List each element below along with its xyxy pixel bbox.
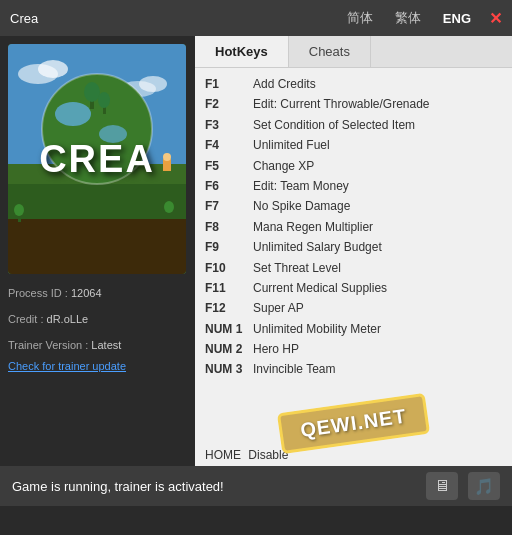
hotkey-key: F6 <box>205 176 253 196</box>
hotkey-label: Set Condition of Selected Item <box>253 115 415 135</box>
title-bar-left: Crea <box>10 11 38 26</box>
hotkey-item: F9Unlimited Salary Budget <box>205 237 502 257</box>
title-bar-right: 简体 繁体 ENG ✕ <box>343 7 502 29</box>
right-panel: HotKeys Cheats F1Add CreditsF2Edit: Curr… <box>195 36 512 466</box>
tab-cheats[interactable]: Cheats <box>289 36 371 67</box>
hotkey-label: Unlimited Fuel <box>253 135 330 155</box>
hotkey-key: F4 <box>205 135 253 155</box>
hotkey-item: F3Set Condition of Selected Item <box>205 115 502 135</box>
svg-point-13 <box>84 82 100 102</box>
lang-english[interactable]: ENG <box>439 9 475 28</box>
hotkey-key: F12 <box>205 298 253 318</box>
svg-point-10 <box>55 102 91 126</box>
title-bar: Crea 简体 繁体 ENG ✕ <box>0 0 512 36</box>
hotkey-item: F10Set Threat Level <box>205 258 502 278</box>
hotkey-item: F12Super AP <box>205 298 502 318</box>
hotkey-key: NUM 2 <box>205 339 253 359</box>
hotkey-key: F3 <box>205 115 253 135</box>
hotkey-label: Hero HP <box>253 339 299 359</box>
status-message: Game is running, trainer is activated! <box>12 479 224 494</box>
hotkey-key: F8 <box>205 217 253 237</box>
svg-point-15 <box>98 92 110 108</box>
hotkey-item: F2Edit: Current Throwable/Grenade <box>205 94 502 114</box>
hotkey-label: Change XP <box>253 156 314 176</box>
app-title: Crea <box>10 11 38 26</box>
hotkey-key: F2 <box>205 94 253 114</box>
hotkey-label: Set Threat Level <box>253 258 341 278</box>
hotkey-key: F7 <box>205 196 253 216</box>
hotkey-item: F1Add Credits <box>205 74 502 94</box>
main-content: CREA Process ID : 12064 Credit : dR.oLLe… <box>0 36 512 466</box>
hotkey-label: Mana Regen Multiplier <box>253 217 373 237</box>
svg-rect-3 <box>8 219 186 274</box>
hotkey-key: F11 <box>205 278 253 298</box>
lang-traditional[interactable]: 繁体 <box>391 7 425 29</box>
home-key: HOME <box>205 448 241 462</box>
hotkey-item: F6Edit: Team Money <box>205 176 502 196</box>
status-bar: Game is running, trainer is activated! 🖥… <box>0 466 512 506</box>
monitor-icon: 🖥 <box>434 477 450 495</box>
trainer-version-row: Trainer Version : Latest <box>8 336 187 356</box>
hotkey-key: F5 <box>205 156 253 176</box>
tabs-bar: HotKeys Cheats <box>195 36 512 68</box>
monitor-icon-button[interactable]: 🖥 <box>426 472 458 500</box>
hotkey-label: Edit: Team Money <box>253 176 349 196</box>
hotkey-item: NUM 2Hero HP <box>205 339 502 359</box>
svg-point-17 <box>163 153 171 161</box>
hotkeys-list: F1Add CreditsF2Edit: Current Throwable/G… <box>195 68 512 399</box>
hotkey-label: Unlimited Salary Budget <box>253 237 382 257</box>
credit-label: Credit : <box>8 313 43 325</box>
hotkey-key: F9 <box>205 237 253 257</box>
watermark-area: QEWI.NET <box>195 399 512 446</box>
hotkey-label: No Spike Damage <box>253 196 350 216</box>
music-icon: 🎵 <box>474 477 494 496</box>
hotkey-label: Invincible Team <box>253 359 336 379</box>
hotkey-key: F1 <box>205 74 253 94</box>
hotkey-item: F4Unlimited Fuel <box>205 135 502 155</box>
credit-value: dR.oLLe <box>47 313 89 325</box>
hotkey-key: NUM 3 <box>205 359 253 379</box>
process-id-row: Process ID : 12064 <box>8 284 187 304</box>
hotkey-label: Current Medical Supplies <box>253 278 387 298</box>
trainer-label: Trainer Version : <box>8 339 88 351</box>
game-image: CREA <box>8 44 186 274</box>
status-icons: 🖥 🎵 <box>426 472 500 500</box>
hotkey-item: NUM 3Invincible Team <box>205 359 502 379</box>
hotkey-key: NUM 1 <box>205 319 253 339</box>
svg-point-7 <box>139 76 167 92</box>
close-button[interactable]: ✕ <box>489 9 502 28</box>
hotkey-item: F8Mana Regen Multiplier <box>205 217 502 237</box>
hotkey-item: F7No Spike Damage <box>205 196 502 216</box>
hotkey-label: Unlimited Mobility Meter <box>253 319 381 339</box>
hotkey-item: F5Change XP <box>205 156 502 176</box>
home-row: HOME Disable <box>195 446 512 466</box>
hotkey-label: Super AP <box>253 298 304 318</box>
tab-hotkeys[interactable]: HotKeys <box>195 36 289 67</box>
hotkey-label: Add Credits <box>253 74 316 94</box>
lang-simplified[interactable]: 简体 <box>343 7 377 29</box>
svg-point-19 <box>14 204 24 216</box>
hotkey-item: NUM 1Unlimited Mobility Meter <box>205 319 502 339</box>
game-title: CREA <box>39 138 155 181</box>
svg-point-5 <box>38 60 68 78</box>
hotkey-item: F11Current Medical Supplies <box>205 278 502 298</box>
left-panel: CREA Process ID : 12064 Credit : dR.oLLe… <box>0 36 195 466</box>
music-icon-button[interactable]: 🎵 <box>468 472 500 500</box>
process-value: 12064 <box>71 287 102 299</box>
hotkey-label: Edit: Current Throwable/Grenade <box>253 94 430 114</box>
process-label: Process ID : <box>8 287 68 299</box>
credit-row: Credit : dR.oLLe <box>8 310 187 330</box>
game-info: Process ID : 12064 Credit : dR.oLLe Trai… <box>8 284 187 377</box>
trainer-value: Latest <box>91 339 121 351</box>
hotkey-key: F10 <box>205 258 253 278</box>
watermark-badge: QEWI.NET <box>277 393 430 454</box>
trainer-update-link[interactable]: Check for trainer update <box>8 357 187 377</box>
svg-point-21 <box>164 201 174 213</box>
